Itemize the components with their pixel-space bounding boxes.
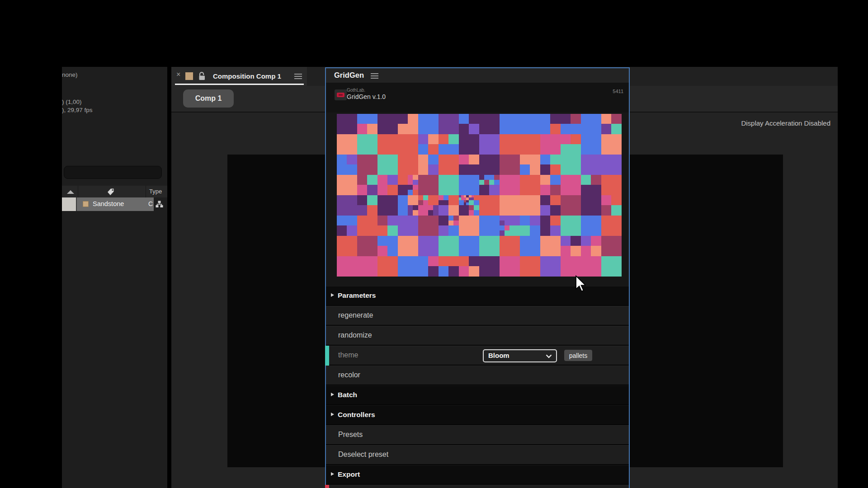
expand-arrow-icon bbox=[331, 293, 334, 297]
row-label: theme bbox=[338, 351, 358, 359]
row-label: Presets bbox=[338, 431, 363, 439]
row-accent-bar bbox=[325, 485, 329, 488]
asset-row-sandstone[interactable]: Sandstone C bbox=[62, 197, 167, 211]
theme-dropdown-value: Bloom bbox=[488, 352, 509, 359]
tag-icon[interactable] bbox=[107, 188, 115, 196]
type-column-header[interactable]: Type bbox=[149, 188, 162, 195]
mouse-cursor bbox=[575, 275, 585, 291]
project-info-line: none) bbox=[62, 71, 78, 78]
expand-arrow-icon bbox=[331, 413, 334, 416]
action-row-theme[interactable]: themeBloompallets bbox=[326, 346, 629, 366]
gothlab-logo bbox=[335, 89, 347, 100]
active-tab-underline bbox=[175, 84, 304, 85]
action-row-randomize[interactable]: randomize bbox=[326, 326, 629, 346]
asset-name: Sandstone bbox=[93, 200, 124, 207]
gridgen-header: GothLab. GridGen v.1.0 5411 bbox=[326, 83, 629, 113]
status-message: Display Acceleration Disabled bbox=[741, 119, 830, 127]
composition-type-icon bbox=[156, 201, 163, 208]
column-divider bbox=[146, 186, 146, 197]
search-input[interactable] bbox=[64, 166, 162, 179]
row-label: randomize bbox=[338, 331, 372, 339]
action-row-recolor[interactable]: recolor bbox=[326, 366, 629, 385]
gothlab-logo-detail bbox=[339, 94, 343, 96]
product-version: GridGen v.1.0 bbox=[347, 93, 386, 100]
project-list-header: Type bbox=[62, 186, 167, 197]
row-label: Deselect preset bbox=[338, 450, 388, 459]
section-row-batch[interactable]: Batch bbox=[326, 385, 629, 405]
gridgen-titlebar[interactable]: GridGen bbox=[326, 68, 629, 83]
panel-title: GridGen bbox=[334, 71, 364, 80]
tab-composition-comp1[interactable]: × Composition Comp 1 bbox=[171, 67, 307, 86]
row-label: regenerate bbox=[338, 311, 373, 319]
action-row-regenerate[interactable]: regenerate bbox=[326, 306, 629, 326]
build-number: 5411 bbox=[613, 89, 623, 94]
tab-title: Composition Comp 1 bbox=[213, 72, 281, 80]
project-panel: none) ) (1,00) ), 29,97 fps Type Sandsto… bbox=[62, 67, 167, 488]
asset-type-text: C bbox=[148, 200, 154, 208]
column-divider bbox=[78, 186, 78, 197]
action-row-partial[interactable] bbox=[326, 485, 629, 488]
section-row-controllers[interactable]: Controllers bbox=[326, 405, 629, 425]
brand-name: GothLab. bbox=[347, 88, 365, 93]
row-label: Batch bbox=[338, 391, 357, 399]
mosaic-preview bbox=[337, 114, 622, 277]
close-tab-icon[interactable]: × bbox=[176, 71, 180, 78]
row-label: recolor bbox=[338, 371, 360, 379]
hamburger-menu-icon[interactable] bbox=[371, 73, 378, 80]
row-label: Controllers bbox=[338, 411, 375, 419]
row-label: Export bbox=[338, 470, 360, 479]
unlock-icon[interactable] bbox=[198, 71, 206, 81]
action-row-presets[interactable]: Presets bbox=[326, 425, 629, 445]
asset-swatch bbox=[62, 197, 77, 211]
screen: none) ) (1,00) ), 29,97 fps Type Sandsto… bbox=[0, 0, 868, 488]
row-label: Parameters bbox=[338, 291, 376, 300]
chevron-down-icon bbox=[546, 354, 552, 358]
label-color-chip bbox=[83, 201, 89, 207]
tab-color-chip bbox=[185, 72, 193, 80]
project-info-line: ) (1,00) bbox=[62, 99, 82, 105]
panel-menu-icon[interactable] bbox=[294, 74, 302, 80]
comp1-button[interactable]: Comp 1 bbox=[183, 89, 234, 108]
expand-arrow-icon bbox=[331, 393, 334, 396]
row-accent-bar bbox=[325, 346, 329, 366]
expand-arrow-icon bbox=[331, 472, 334, 476]
theme-dropdown[interactable]: Bloom bbox=[483, 349, 557, 362]
section-row-export[interactable]: Export bbox=[326, 465, 629, 485]
action-row-deselect-preset[interactable]: Deselect preset bbox=[326, 445, 629, 465]
pallets-button[interactable]: pallets bbox=[564, 350, 592, 361]
gridgen-rows: ParametersregeneraterandomizethemeBloomp… bbox=[326, 286, 629, 488]
sort-arrow-icon[interactable] bbox=[67, 190, 74, 194]
project-info-line: ), 29,97 fps bbox=[62, 107, 93, 113]
